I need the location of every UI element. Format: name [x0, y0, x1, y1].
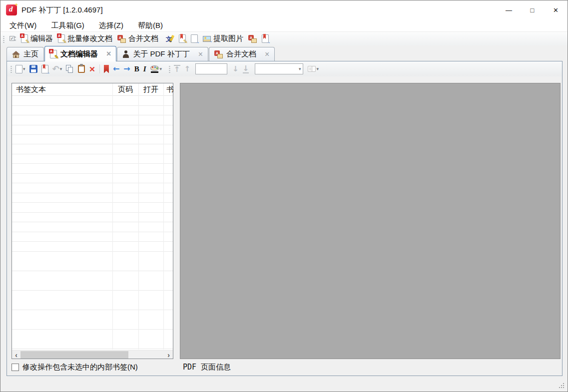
arrow-out-badge: → [195, 39, 200, 44]
page-shape [120, 38, 126, 43]
chevron-down-icon[interactable]: ▾ [23, 66, 25, 71]
bookmark-style-combobox[interactable]: ▾ [255, 63, 303, 74]
tab-about[interactable]: 关于 PDF 补丁丁 × [117, 47, 208, 61]
tab-close-icon[interactable]: × [265, 51, 269, 58]
menu-file[interactable]: 文件(W) [5, 20, 40, 31]
paste-button[interactable] [76, 63, 86, 74]
tab-home[interactable]: 主页 [6, 47, 44, 61]
arrow-out-badge: → [208, 38, 213, 43]
batch-modify-button[interactable]: A ✎ 批量修改文档 [56, 33, 114, 44]
page-info-label: PDF 页面信息 [183, 363, 231, 372]
copy-button[interactable] [64, 63, 75, 75]
move-up-button[interactable]: ↑ [183, 64, 192, 74]
view-options-button[interactable]: ▾ [306, 64, 320, 73]
titlebar: d ✦ PDF 补丁丁 [1.2.0.4697] — □ ✕ [0, 0, 568, 19]
include-unselected-label[interactable]: 修改操作包含未选中的内部书签(N) [22, 363, 138, 372]
move-down-button[interactable]: ↓ [231, 64, 240, 74]
checkbox-glyph: ✓ [9, 36, 14, 41]
export-bookmark-button[interactable]: → [260, 33, 271, 44]
chevron-down-icon[interactable]: ▾ [60, 66, 62, 71]
toolbar-grip[interactable] [9, 65, 12, 73]
text-knife-icon: 文 [166, 35, 174, 43]
delete-button[interactable]: ✕ [87, 64, 97, 74]
merge-documents-icon: A [117, 35, 126, 43]
shift-left-button[interactable]: ← [111, 63, 121, 74]
new-document-button[interactable]: ▾ [14, 63, 27, 75]
move-top-icon: ↑ [174, 65, 180, 73]
italic-icon: I [143, 65, 146, 73]
toolbar-grip[interactable] [2, 35, 4, 43]
batch-modify-label: 批量修改文档 [67, 34, 112, 43]
body-shape [123, 54, 129, 58]
export-page-button[interactable]: → [189, 33, 200, 44]
column-header-open[interactable]: 打开 [138, 85, 163, 94]
paint-dot [152, 66, 153, 68]
open-editor-button[interactable]: A ✎ 编辑器 [19, 33, 55, 44]
tab-merge-documents[interactable]: A 合并文档 × [209, 47, 275, 61]
menu-help[interactable]: 帮助(B) [134, 20, 167, 31]
save-button[interactable] [28, 63, 39, 74]
column-header-style[interactable]: 书 [166, 85, 173, 94]
list-line-icon [14, 36, 16, 38]
pencil-icon: ✎ [54, 54, 59, 60]
maximize-button[interactable]: □ [521, 0, 544, 19]
merge-documents-button[interactable]: A 合并文档 [115, 33, 160, 44]
pdf-edit-icon: A ✎ [58, 34, 65, 43]
resize-grip[interactable] [559, 383, 565, 389]
chevron-down-icon[interactable]: ▾ [160, 66, 162, 71]
app-logo-glyph: d [9, 5, 13, 13]
shift-right-button[interactable]: → [122, 63, 131, 74]
selection-options-button[interactable]: ✓ [6, 34, 18, 43]
close-button[interactable]: ✕ [544, 0, 568, 19]
merge-label: 合并文档 [128, 34, 158, 43]
column-divider [112, 83, 113, 350]
save-as-button[interactable]: → [40, 63, 50, 75]
column-header-bookmark-text[interactable]: 书签文本 [16, 85, 46, 94]
selection-options-icon: ✓ [9, 35, 16, 42]
text-color-button[interactable]: ▾ [149, 64, 164, 74]
italic-button[interactable]: I [142, 64, 148, 74]
undo-icon: ↶ [52, 65, 59, 73]
extract-images-button[interactable]: → 提取图片 [201, 33, 245, 44]
bookmark-ribbon [43, 64, 45, 69]
tab-close-icon[interactable]: × [198, 51, 203, 58]
undo-button[interactable]: ↶ ▾ [51, 63, 64, 75]
edit-bookmark-file-button[interactable]: ✎ [177, 33, 188, 44]
door-shape [15, 55, 16, 58]
bookmark-ribbon [263, 34, 266, 39]
insert-bookmark-button[interactable] [102, 63, 110, 75]
chevron-down-icon[interactable]: ▾ [299, 66, 301, 71]
pdf-badge: A [20, 33, 24, 38]
move-down-icon: ↓ [232, 65, 239, 73]
tab-close-icon[interactable]: × [106, 50, 111, 57]
page-bookmark-pencil-icon: ✎ [179, 34, 186, 43]
toolbar-grip[interactable] [168, 65, 170, 73]
bookmark-ribbon [180, 34, 183, 39]
app-logo-icon[interactable]: d ✦ [6, 4, 17, 15]
sparkle-icon: ✦ [14, 2, 18, 7]
menu-toolbox[interactable]: 工具箱(G) [47, 20, 88, 31]
include-unselected-checkbox[interactable] [11, 364, 19, 371]
tab-document-editor[interactable]: A ✎ 文档编辑器 × [44, 46, 116, 61]
menu-select[interactable]: 选择(Z) [95, 20, 127, 31]
text-tool-button[interactable]: 文 [164, 34, 176, 44]
minimize-button[interactable]: — [497, 0, 521, 19]
move-to-top-button[interactable]: ↑ [172, 63, 182, 75]
head-shape [124, 50, 127, 53]
goto-page-input[interactable] [195, 63, 227, 74]
scrollbar-thumb[interactable] [20, 351, 128, 359]
bold-button[interactable]: B [133, 64, 141, 74]
page-shape [217, 54, 223, 58]
main-toolbar: ✓ A ✎ 编辑器 A ✎ 批量修改文档 A 合并文档 [0, 31, 568, 45]
scroll-right-icon[interactable]: › [164, 351, 173, 359]
horizontal-scrollbar[interactable]: ‹ › [12, 350, 173, 359]
move-to-bottom-button[interactable]: ↓ [241, 63, 251, 75]
paste-icon [78, 65, 85, 73]
chevron-down-icon[interactable]: ▾ [316, 66, 319, 71]
scroll-left-icon[interactable]: ‹ [12, 351, 20, 359]
bookmark-list-area[interactable] [12, 96, 173, 350]
arrow-out-badge: → [266, 39, 271, 44]
render-pages-button[interactable]: A [246, 34, 259, 44]
page-export-icon: → [191, 34, 198, 43]
column-header-page-number[interactable]: 页码 [112, 85, 138, 94]
